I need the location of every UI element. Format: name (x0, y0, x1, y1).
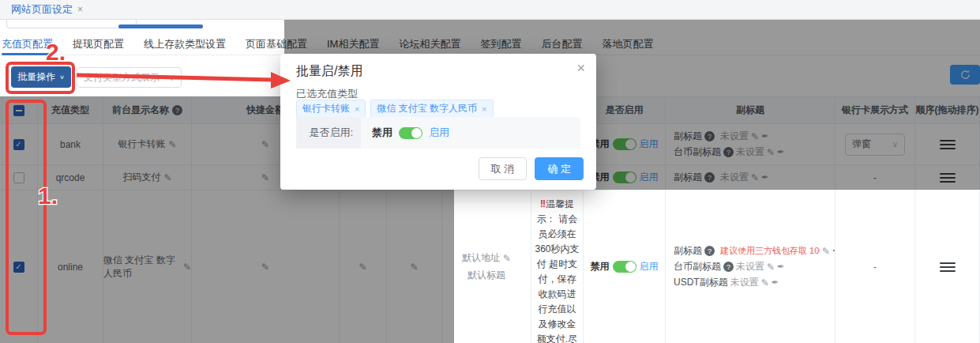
dialog-title: 批量启/禁用 (296, 63, 362, 80)
tab-withdraw-page[interactable]: 提现页配置 (73, 35, 124, 55)
bulk-enable-dialog: 批量启/禁用 × 已选充值类型 银行卡转账 × 微信 支付宝 数字人民币 × 是… (280, 54, 596, 190)
cell-enabled: 禁用 启用 (584, 190, 666, 343)
partial-active-tab-indicator (118, 24, 203, 28)
enable-toggle[interactable] (613, 261, 636, 273)
cell-subtitle: 副标题? 建议使用三方钱包存取 100%... ✎ ✒ 台币副标题? 未设置 ✎… (666, 190, 835, 343)
tagbar: 网站页面设定 × (0, 0, 980, 20)
enable-label: 是否启用: (296, 117, 361, 149)
chevron-down-icon: ∨ (169, 74, 175, 82)
edit-icon[interactable]: ✎ (767, 262, 775, 273)
chevron-down-icon: ∨ (59, 74, 65, 81)
cancel-button[interactable]: 取 消 (479, 157, 528, 180)
cell-bank-display: - (835, 190, 915, 343)
type-tag: 微信 支付宝 数字人民币 × (370, 100, 493, 118)
drag-handle-icon[interactable] (940, 262, 956, 272)
warning-icon: !! (540, 198, 545, 209)
payment-display-placeholder: 支付类型方式展示 (84, 71, 160, 85)
color-picker-icon[interactable]: ✒ (772, 277, 779, 288)
help-icon[interactable]: ? (723, 262, 734, 272)
subtitle-line: USDT副标题 未设置 ✎ ✒ (674, 276, 779, 289)
tab-recharge-page[interactable]: 充值页配置 (2, 35, 53, 55)
close-icon[interactable]: × (576, 60, 585, 77)
switch-off-label: 禁用 (372, 126, 392, 140)
edit-icon[interactable]: ✎ (761, 277, 769, 288)
cell-order (915, 190, 980, 343)
app-window: 网站页面设定 × 充值页配置 提现页配置 线上存款类型设置 页面基础配置 IM相… (0, 0, 980, 343)
dim-overlay-bottom-left (0, 190, 454, 343)
page-tag-label: 网站页面设定 (11, 2, 73, 17)
cell-default-address: 默认地址 ✎ 默认标题 (442, 190, 531, 343)
page-tag[interactable]: 网站页面设定 × (11, 2, 83, 17)
enable-form-row: 是否启用: 禁用 启用 (296, 117, 580, 149)
tag-close-icon[interactable]: × (77, 4, 83, 15)
bulk-enable-toggle[interactable] (399, 127, 422, 139)
subtitle-line: 副标题? 建议使用三方钱包存取 100%... ✎ ✒ (674, 244, 835, 258)
edit-icon[interactable]: ✎ (503, 253, 511, 264)
tag-remove-icon[interactable]: × (355, 104, 359, 114)
cell-notice: !!温馨提示： 请会员必须在360秒内支付 超时支付，保存收款码进行充值以及修改… (531, 190, 584, 343)
switch-off-label: 禁用 (591, 260, 610, 273)
type-tag: 银行卡转账 × (296, 100, 366, 118)
payment-display-select[interactable]: 支付类型方式展示 ∨ (77, 67, 182, 88)
switch-on-label: 启用 (640, 260, 659, 273)
bulk-action-button[interactable]: 批量操作 ∨ (11, 66, 71, 88)
tag-remove-icon[interactable]: × (482, 104, 486, 114)
confirm-button[interactable]: 确 定 (535, 157, 584, 180)
color-picker-icon[interactable]: ✒ (777, 262, 784, 272)
subtitle-line: 台币副标题? 未设置 ✎ ✒ (674, 260, 784, 273)
switch-on-label: 启用 (429, 126, 449, 140)
bulk-action-label: 批量操作 (17, 70, 55, 84)
tab-online-deposit-type[interactable]: 线上存款类型设置 (144, 35, 226, 55)
help-icon[interactable]: ? (704, 246, 715, 256)
edit-icon[interactable]: ✎ (822, 246, 830, 257)
selected-type-tags: 银行卡转账 × 微信 支付宝 数字人民币 × (296, 100, 494, 118)
